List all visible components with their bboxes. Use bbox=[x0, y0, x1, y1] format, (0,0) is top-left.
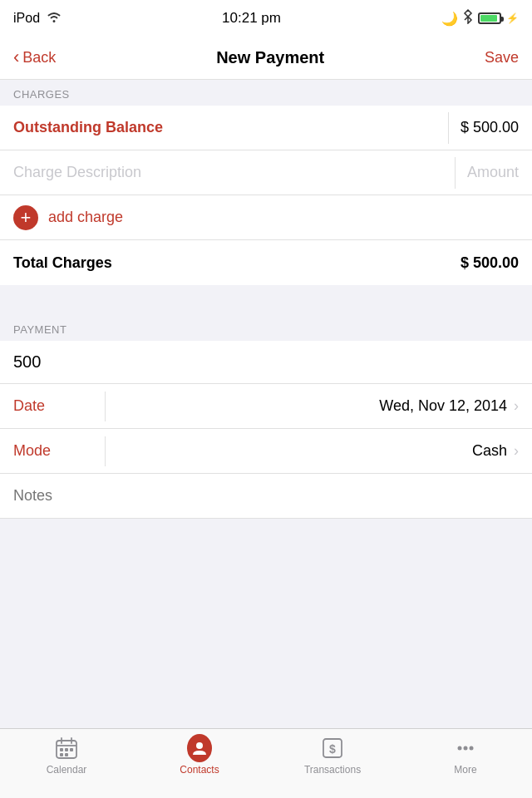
svg-point-12 bbox=[458, 746, 462, 751]
charge-description-placeholder: Charge Description bbox=[13, 164, 443, 181]
payment-amount-row[interactable] bbox=[0, 341, 532, 384]
svg-point-14 bbox=[470, 746, 474, 751]
contacts-icon bbox=[187, 736, 212, 761]
date-value: Wed, Nov 12, 2014 bbox=[117, 397, 507, 415]
add-charge-row[interactable]: + add charge bbox=[0, 195, 532, 240]
payment-section-header: PAYMENT bbox=[0, 315, 532, 341]
back-label: Back bbox=[22, 49, 56, 66]
add-charge-label: add charge bbox=[48, 209, 123, 226]
svg-text:$: $ bbox=[329, 742, 336, 756]
outstanding-balance-row: Outstanding Balance $ 500.00 bbox=[0, 106, 532, 150]
outstanding-balance-value: $ 500.00 bbox=[461, 119, 519, 136]
lightning-icon: ⚡ bbox=[506, 12, 519, 24]
notes-row[interactable] bbox=[0, 474, 532, 519]
tab-more-label: More bbox=[454, 764, 476, 776]
tab-contacts-label: Contacts bbox=[180, 764, 219, 776]
date-divider bbox=[105, 392, 106, 421]
tab-bar: Calendar Contacts $ Transactions bbox=[0, 728, 532, 798]
calendar-icon bbox=[54, 736, 79, 761]
svg-rect-8 bbox=[65, 753, 68, 756]
date-row[interactable]: Date Wed, Nov 12, 2014 › bbox=[0, 384, 532, 429]
bluetooth-icon bbox=[463, 9, 473, 27]
total-charges-value: $ 500.00 bbox=[461, 254, 519, 272]
mode-value: Cash bbox=[117, 442, 507, 460]
battery-icon bbox=[478, 12, 501, 24]
status-right: 🌙 ⚡ bbox=[441, 9, 519, 27]
svg-rect-5 bbox=[65, 748, 68, 751]
mode-label: Mode bbox=[13, 442, 105, 460]
tab-transactions[interactable]: $ Transactions bbox=[266, 736, 399, 776]
nav-bar: ‹ Back New Payment Save bbox=[0, 37, 532, 80]
row-divider-2 bbox=[455, 157, 456, 189]
svg-rect-4 bbox=[60, 748, 63, 751]
add-charge-icon: + bbox=[13, 205, 38, 230]
payment-amount-input[interactable] bbox=[13, 352, 519, 372]
svg-point-13 bbox=[464, 746, 468, 751]
tab-contacts[interactable]: Contacts bbox=[133, 736, 266, 776]
status-time: 10:21 pm bbox=[222, 10, 281, 27]
date-label: Date bbox=[13, 397, 105, 415]
charges-card: Outstanding Balance $ 500.00 Charge Desc… bbox=[0, 106, 532, 285]
spacer-1 bbox=[0, 285, 532, 300]
notes-input[interactable] bbox=[13, 487, 519, 505]
page-title: New Payment bbox=[216, 48, 324, 67]
transactions-icon: $ bbox=[320, 736, 345, 761]
back-chevron-icon: ‹ bbox=[13, 48, 19, 66]
charges-section-header: CHARGES bbox=[0, 80, 532, 106]
mode-divider bbox=[105, 436, 106, 466]
back-button[interactable]: ‹ Back bbox=[13, 49, 56, 66]
charge-input-row[interactable]: Charge Description Amount bbox=[0, 150, 532, 195]
svg-point-9 bbox=[196, 742, 203, 749]
tab-calendar-label: Calendar bbox=[47, 764, 87, 776]
wifi-icon bbox=[47, 11, 62, 26]
tab-transactions-label: Transactions bbox=[304, 764, 361, 776]
mode-chevron-icon: › bbox=[514, 442, 519, 460]
mode-row[interactable]: Mode Cash › bbox=[0, 429, 532, 474]
more-icon bbox=[453, 736, 478, 761]
row-divider bbox=[448, 112, 449, 144]
total-charges-label: Total Charges bbox=[13, 254, 461, 272]
tab-calendar[interactable]: Calendar bbox=[0, 736, 133, 776]
save-button[interactable]: Save bbox=[485, 49, 519, 66]
total-charges-row: Total Charges $ 500.00 bbox=[0, 240, 532, 285]
status-left: iPod bbox=[13, 11, 62, 26]
spacer-2 bbox=[0, 300, 532, 315]
date-chevron-icon: › bbox=[514, 397, 519, 415]
status-bar: iPod 10:21 pm 🌙 ⚡ bbox=[0, 0, 532, 37]
amount-placeholder: Amount bbox=[467, 164, 519, 181]
carrier-label: iPod bbox=[13, 11, 40, 26]
svg-rect-7 bbox=[60, 753, 63, 756]
tab-more[interactable]: More bbox=[399, 736, 532, 776]
outstanding-balance-label: Outstanding Balance bbox=[13, 119, 436, 136]
moon-icon: 🌙 bbox=[441, 11, 458, 27]
svg-rect-6 bbox=[70, 748, 73, 751]
